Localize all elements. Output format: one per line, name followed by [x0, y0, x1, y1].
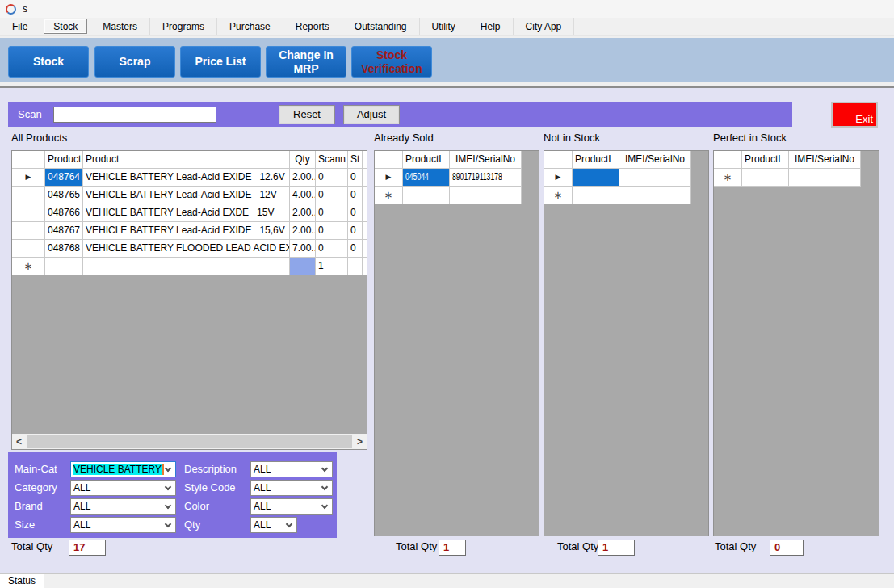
new-row-icon: ∗: [15, 258, 42, 275]
horizontal-scrollbar[interactable]: < >: [12, 434, 367, 449]
new-row[interactable]: ∗ 1: [12, 258, 367, 275]
cell-product-id[interactable]: 048767: [45, 222, 83, 240]
table-row[interactable]: 048768 VEHICLE BATTERY FLOODED LEAD ACID…: [12, 240, 367, 258]
cell-st[interactable]: 0: [348, 204, 363, 222]
table-row[interactable]: 048765 VEHICLE BATTERY Lead-Acid EXIDE 1…: [12, 187, 367, 204]
cell-qty[interactable]: 2.00...: [290, 204, 316, 222]
current-row-indicator[interactable]: ▶: [12, 169, 45, 187]
style-code-select[interactable]: ALL: [250, 480, 333, 496]
cell-scanned[interactable]: 0: [316, 204, 348, 222]
table-row[interactable]: ▶ 045044 8901719113178: [375, 169, 522, 187]
brand-label: Brand: [15, 500, 43, 512]
header-row-selector[interactable]: [12, 151, 45, 169]
menu-file[interactable]: File: [0, 18, 40, 35]
new-row-indicator[interactable]: ∗: [375, 187, 403, 204]
cell-qty[interactable]: 2.00...: [290, 169, 316, 187]
new-row[interactable]: ∗: [375, 187, 522, 204]
table-row[interactable]: ▶: [544, 169, 691, 187]
description-select[interactable]: ALL: [250, 461, 333, 477]
header-imei[interactable]: IMEI/SerialNo: [619, 151, 691, 169]
scroll-right-icon[interactable]: >: [353, 434, 367, 449]
new-row-indicator[interactable]: ∗: [544, 187, 573, 204]
price-list-button[interactable]: Price List: [180, 46, 261, 78]
menu-city-app[interactable]: City App: [514, 18, 575, 35]
header-product-id[interactable]: ProductI: [403, 151, 450, 169]
brand-select[interactable]: ALL: [70, 498, 176, 514]
menu-outstanding[interactable]: Outstanding: [342, 18, 420, 35]
cell-product-id[interactable]: 045044: [403, 169, 450, 187]
new-row[interactable]: ∗: [544, 187, 691, 204]
cell-product-id[interactable]: [573, 169, 619, 187]
menu-purchase[interactable]: Purchase: [217, 18, 283, 35]
reset-button[interactable]: Reset: [279, 105, 335, 124]
adjust-button[interactable]: Adjust: [343, 105, 400, 124]
menu-stock[interactable]: Stock: [44, 19, 87, 34]
table-row[interactable]: 048766 VEHICLE BATTERY Lead-Acid EXDE 15…: [12, 204, 367, 222]
change-in-mrp-button[interactable]: Change In MRP: [266, 46, 346, 78]
header-imei[interactable]: IMEI/SerialNo: [789, 151, 861, 169]
category-select[interactable]: ALL: [70, 480, 176, 496]
new-row-qty-cell[interactable]: [290, 258, 316, 275]
header-scanned[interactable]: Scann: [316, 151, 348, 169]
new-row-indicator[interactable]: ∗: [12, 258, 45, 275]
header-product-id[interactable]: ProductI: [45, 151, 83, 169]
cell-scanned[interactable]: 0: [316, 240, 348, 258]
cell-scanned[interactable]: 0: [316, 169, 348, 187]
header-qty[interactable]: Qty: [290, 151, 316, 169]
menu-masters[interactable]: Masters: [90, 18, 150, 35]
header-st[interactable]: St: [348, 151, 363, 169]
cell-scanned[interactable]: 0: [316, 222, 348, 240]
header-product-id[interactable]: ProductI: [573, 151, 619, 169]
chevron-down-icon: [286, 521, 292, 527]
new-row[interactable]: ∗: [714, 169, 861, 187]
scrap-button[interactable]: Scrap: [94, 46, 175, 78]
scroll-left-icon[interactable]: <: [12, 434, 26, 449]
exit-button[interactable]: Exit: [831, 102, 878, 128]
cell-product[interactable]: VEHICLE BATTERY Lead-Acid EXIDE 12.6V: [83, 169, 290, 187]
cell-product[interactable]: VEHICLE BATTERY Lead-Acid EXIDE 12V: [83, 187, 290, 204]
cell-qty[interactable]: 2.00...: [290, 222, 316, 240]
cell-qty[interactable]: 7.00...: [290, 240, 316, 258]
new-row-scanned-cell[interactable]: 1: [316, 258, 348, 275]
header-product-id[interactable]: ProductI: [742, 151, 789, 169]
cell-st[interactable]: 0: [348, 222, 363, 240]
cell-product-id[interactable]: 048765: [45, 187, 83, 204]
not-in-stock-total-value[interactable]: 1: [598, 540, 635, 556]
cell-qty[interactable]: 4.00...: [290, 187, 316, 204]
all-products-total-value[interactable]: 17: [69, 540, 106, 556]
scrollbar-thumb[interactable]: [27, 435, 352, 448]
perfect-in-stock-total-value[interactable]: 0: [770, 540, 804, 556]
scan-label: Scan: [18, 108, 42, 120]
menu-reports[interactable]: Reports: [283, 18, 342, 35]
already-sold-total-value[interactable]: 1: [439, 540, 466, 556]
current-row-indicator[interactable]: ▶: [375, 169, 403, 187]
header-imei[interactable]: IMEI/SerialNo: [450, 151, 522, 169]
cell-product-id[interactable]: 048764: [45, 169, 83, 187]
menu-help[interactable]: Help: [468, 18, 514, 35]
main-cat-select[interactable]: VEHICLE BATTERY: [70, 461, 176, 477]
color-select[interactable]: ALL: [250, 498, 333, 514]
cell-imei[interactable]: 8901719113178: [450, 169, 522, 187]
cell-imei[interactable]: [619, 169, 691, 187]
qty-select[interactable]: ALL: [250, 517, 297, 533]
table-row[interactable]: 048767 VEHICLE BATTERY Lead-Acid EXIDE 1…: [12, 222, 367, 240]
size-select[interactable]: ALL: [70, 517, 176, 533]
cell-st[interactable]: 0: [348, 187, 363, 204]
new-row-indicator[interactable]: ∗: [714, 169, 742, 187]
cell-st[interactable]: 0: [348, 169, 363, 187]
current-row-indicator[interactable]: ▶: [544, 169, 573, 187]
stock-button[interactable]: Stock: [8, 46, 89, 78]
scan-input[interactable]: [53, 107, 216, 123]
cell-product[interactable]: VEHICLE BATTERY Lead-Acid EXDE 15V: [83, 204, 290, 222]
table-row[interactable]: ▶ 048764 VEHICLE BATTERY Lead-Acid EXIDE…: [12, 169, 367, 187]
header-product[interactable]: Product: [83, 151, 290, 169]
cell-product[interactable]: VEHICLE BATTERY FLOODED LEAD ACID EXI...: [83, 240, 290, 258]
cell-st[interactable]: 0: [348, 240, 363, 258]
cell-scanned[interactable]: 0: [316, 187, 348, 204]
menu-utility[interactable]: Utility: [420, 18, 468, 35]
cell-product-id[interactable]: 048766: [45, 204, 83, 222]
cell-product[interactable]: VEHICLE BATTERY Lead-Acid EXIDE 15,6V: [83, 222, 290, 240]
stock-verification-button[interactable]: Stock Verification: [351, 46, 432, 78]
cell-product-id[interactable]: 048768: [45, 240, 83, 258]
menu-programs[interactable]: Programs: [150, 18, 217, 35]
